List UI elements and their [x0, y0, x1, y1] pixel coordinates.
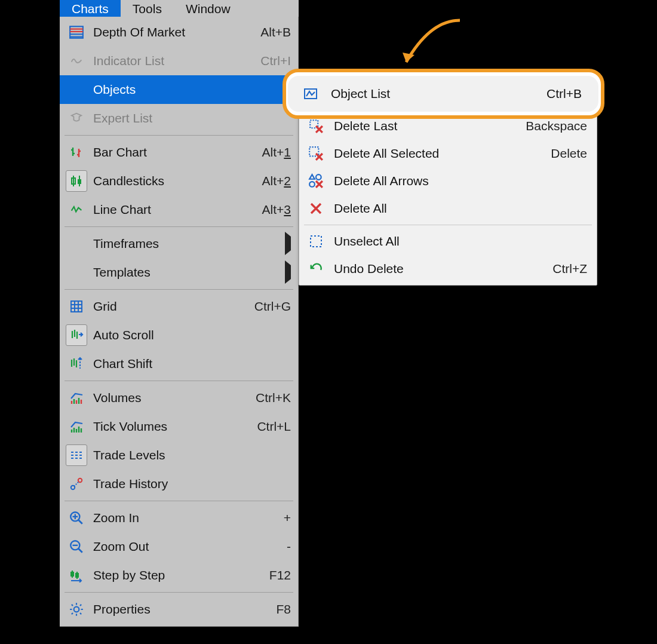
menu-shortcut: Ctrl+Z: [552, 262, 587, 276]
menu-label: Delete All Selected: [334, 146, 551, 161]
menu-label: Candlesticks: [93, 174, 262, 188]
svg-point-36: [78, 479, 82, 482]
submenu-arrow-icon: [285, 265, 291, 280]
submenu-item-delete-all-arrows[interactable]: Delete All Arrows: [299, 167, 597, 195]
menu-label: Timeframes: [66, 237, 285, 251]
delete-all-selected-icon: [306, 144, 326, 163]
unselect-all-icon: [306, 232, 326, 251]
candlesticks-icon: [66, 170, 87, 192]
svg-rect-55: [311, 236, 321, 247]
menu-label: Expert List: [93, 111, 291, 125]
submenu-arrow-icon: [285, 82, 291, 97]
delete-last-icon: [306, 116, 326, 136]
menu-shortcut: Alt+3: [262, 203, 291, 217]
menu-label: Objects: [66, 82, 285, 97]
menu-item-trade-levels[interactable]: Trade Levels: [60, 441, 298, 470]
auto-scroll-icon: [66, 324, 87, 346]
menu-item-bar-chart[interactable]: Bar Chart Alt+1: [60, 138, 298, 167]
menu-item-expert-list[interactable]: Expert List: [60, 104, 298, 133]
menu-label: Properties: [93, 602, 276, 617]
charts-dropdown: Depth Of Market Alt+B Indicator List Ctr…: [60, 17, 299, 627]
submenu-item-undo-delete[interactable]: Undo Delete Ctrl+Z: [299, 255, 597, 283]
menu-shortcut: Alt+2: [262, 174, 291, 188]
menu-label: Step by Step: [93, 568, 269, 582]
menu-item-trade-history[interactable]: Trade History: [60, 470, 298, 498]
menu-separator: [304, 109, 592, 110]
menu-shortcut: Ctrl+I: [260, 54, 291, 68]
submenu-item-delete-all-selected[interactable]: Delete All Selected Delete: [299, 140, 597, 167]
undo-delete-icon: [306, 259, 326, 278]
menu-label: Trade Levels: [93, 448, 291, 462]
menu-item-tick-volumes[interactable]: Tick Volumes Ctrl+L: [60, 412, 298, 441]
menu-label: Chart Shift: [93, 357, 291, 371]
menu-item-templates[interactable]: Templates: [60, 258, 298, 287]
menu-item-auto-scroll[interactable]: Auto Scroll: [60, 321, 298, 349]
menu-item-volumes[interactable]: Volumes Ctrl+K: [60, 384, 298, 412]
trade-history-icon: [66, 473, 87, 495]
menu-item-line-chart[interactable]: Line Chart Alt+3: [60, 195, 298, 224]
bar-chart-icon: [66, 142, 87, 163]
menu-label: Templates: [66, 265, 285, 280]
menu-label: Delete All: [334, 201, 587, 216]
menu-separator: [65, 381, 293, 381]
menu-separator: [65, 289, 293, 290]
menu-label: Zoom Out: [93, 539, 287, 554]
submenu-item-unselect-all[interactable]: Unselect All: [299, 228, 597, 255]
menu-item-timeframes[interactable]: Timeframes: [60, 229, 298, 258]
line-chart-icon: [66, 199, 87, 220]
menu-item-zoom-out[interactable]: Zoom Out -: [60, 532, 298, 561]
submenu-item-delete-all[interactable]: Delete All: [299, 195, 597, 222]
menu-label: Unselect All: [334, 234, 587, 249]
menu-item-grid[interactable]: Grid Ctrl+G: [60, 292, 298, 321]
tick-volumes-icon: [66, 416, 87, 437]
menu-label: Depth Of Market: [93, 25, 260, 39]
menubar-item-window[interactable]: Window: [174, 0, 242, 17]
menu-shortcut: Ctrl+L: [257, 419, 291, 434]
zoom-in-icon: [66, 507, 87, 529]
menu-shortcut: Ctrl+K: [256, 391, 291, 405]
submenu-item-delete-last[interactable]: Delete Last Backspace: [299, 112, 597, 140]
svg-line-43: [78, 548, 82, 553]
menu-item-zoom-in[interactable]: Zoom In +: [60, 504, 298, 532]
expert-list-icon: [66, 108, 87, 129]
menu-shortcut: Delete: [551, 146, 587, 161]
svg-line-39: [78, 520, 82, 524]
menu-shortcut: Alt+1: [262, 145, 291, 160]
menu-label: Delete All Arrows: [334, 174, 587, 188]
svg-point-54: [309, 182, 315, 187]
chart-shift-icon: [66, 353, 87, 375]
objects-submenu: x Delete Last Backspace Delete All Selec…: [299, 76, 597, 286]
menu-label: Indicator List: [93, 54, 260, 68]
submenu-arrow-icon: [285, 237, 291, 251]
annotation-arrow-icon: [394, 14, 466, 74]
menu-shortcut: Backspace: [526, 119, 587, 133]
menu-separator: [304, 225, 592, 225]
menu-shortcut: Alt+B: [260, 25, 291, 39]
menu-label: Trade History: [93, 477, 291, 491]
menubar: Charts Tools Window: [60, 0, 299, 17]
properties-icon: [66, 599, 87, 620]
menu-shortcut: Ctrl+G: [254, 299, 291, 314]
svg-rect-14: [78, 179, 81, 184]
svg-point-49: [74, 607, 79, 612]
menu-item-chart-shift[interactable]: Chart Shift: [60, 349, 298, 378]
trade-levels-icon: [66, 444, 87, 466]
menu-item-step-by-step[interactable]: Step by Step F12: [60, 561, 298, 590]
menu-item-candlesticks[interactable]: Candlesticks Alt+2: [60, 167, 298, 195]
svg-point-53: [316, 174, 321, 180]
menu-item-properties[interactable]: Properties F8: [60, 595, 298, 624]
menu-item-depth-of-market[interactable]: Depth Of Market Alt+B: [60, 18, 298, 47]
menu-shortcut: F8: [276, 602, 291, 617]
step-by-step-icon: [66, 565, 87, 586]
depth-of-market-icon: [66, 22, 87, 43]
svg-line-37: [74, 482, 79, 486]
menu-label: Undo Delete: [334, 262, 552, 276]
menu-item-objects[interactable]: Objects: [60, 75, 298, 104]
menu-label: Grid: [93, 299, 254, 314]
menu-shortcut: +: [284, 511, 291, 525]
menubar-item-tools[interactable]: Tools: [121, 0, 174, 17]
menu-item-indicator-list[interactable]: Indicator List Ctrl+I: [60, 47, 298, 75]
menubar-item-charts[interactable]: Charts: [60, 0, 121, 17]
menu-shortcut: F12: [269, 568, 291, 582]
menu-label: Volumes: [93, 391, 256, 405]
